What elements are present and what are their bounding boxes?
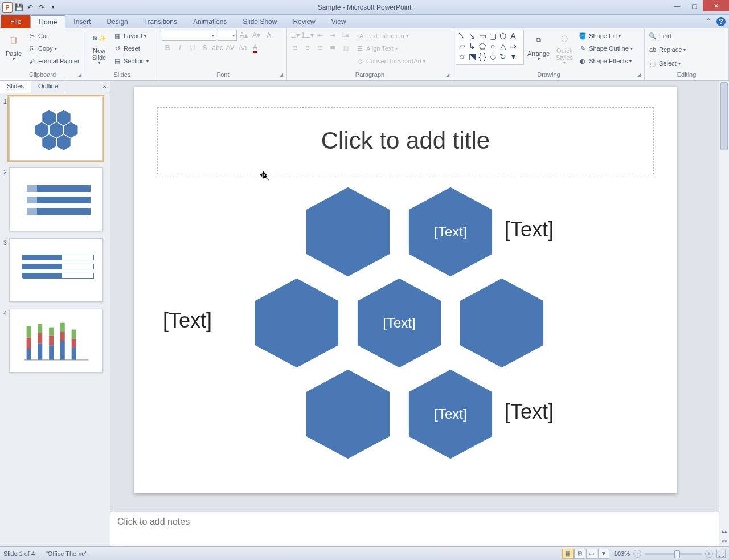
slide-thumb-3[interactable] <box>9 238 103 302</box>
shape-line-icon[interactable]: ＼ <box>457 31 466 40</box>
tab-view[interactable]: View <box>323 15 354 28</box>
line-spacing-button[interactable]: ‡≡ <box>339 30 351 41</box>
hex-shape[interactable] <box>453 275 550 371</box>
tab-file[interactable]: File <box>1 15 30 28</box>
find-button[interactable]: 🔍Find <box>647 30 672 42</box>
slide-thumb-4[interactable] <box>9 309 103 373</box>
grow-font-button[interactable]: A▴ <box>238 30 249 41</box>
underline-button[interactable]: U <box>187 42 198 54</box>
align-text-button[interactable]: ☰Align Text▾ <box>354 42 427 55</box>
tab-slideshow[interactable]: Slide Show <box>235 15 285 28</box>
shape-fill-button[interactable]: 🪣Shape Fill▾ <box>577 30 634 42</box>
hex-shape[interactable]: [Text] <box>402 366 499 463</box>
strike-button[interactable]: S̶ <box>199 42 211 54</box>
increase-indent-button[interactable]: ⇥ <box>327 30 338 41</box>
side-text[interactable]: [Text] <box>505 400 554 424</box>
zoom-out-button[interactable]: − <box>633 550 641 558</box>
smartart-hex-cluster[interactable]: [Text] [Text] [Text] [Text] <box>260 183 670 480</box>
panel-tab-outline[interactable]: Outline <box>31 81 65 93</box>
slideshow-view-button[interactable]: ▼ <box>598 549 609 559</box>
numbering-button[interactable]: 1≣▾ <box>302 30 313 41</box>
qat-customize-icon[interactable]: ▾ <box>48 2 58 13</box>
select-button[interactable]: ⬚Select▾ <box>647 57 682 70</box>
quick-styles-button[interactable]: ◯ Quick Styles▾ <box>553 30 576 67</box>
align-left-button[interactable]: ≡ <box>289 42 301 54</box>
align-right-button[interactable]: ≡ <box>314 42 326 54</box>
undo-icon[interactable]: ↶ <box>25 2 35 13</box>
decrease-indent-button[interactable]: ⇤ <box>314 30 326 41</box>
tab-design[interactable]: Design <box>99 15 136 28</box>
save-icon[interactable]: 💾 <box>14 2 24 13</box>
scrollbar-thumb[interactable] <box>720 82 728 150</box>
replace-button[interactable]: abReplace▾ <box>647 43 687 56</box>
shadow-button[interactable]: abc <box>212 42 223 54</box>
section-button[interactable]: ▤Section▾ <box>112 55 150 67</box>
hex-shape[interactable] <box>300 183 396 280</box>
tab-insert[interactable]: Insert <box>65 15 99 28</box>
hex-shape[interactable] <box>300 366 396 463</box>
redo-icon[interactable]: ↷ <box>36 2 47 13</box>
slide-thumb-1[interactable] <box>9 97 103 161</box>
slide-thumb-2[interactable] <box>9 167 103 231</box>
cut-button[interactable]: ✂Cut <box>26 30 81 42</box>
shapes-gallery[interactable]: ＼↘▭▢⬡A ▱↳⬠○△⇨ ☆⬔{ }◇↻▾ <box>456 30 524 65</box>
side-text[interactable]: [Text] <box>163 309 212 333</box>
slide-canvas[interactable]: Click to add title [Text] [Text] [Text] <box>134 87 677 493</box>
drawing-launcher-icon[interactable]: ◢ <box>637 72 641 77</box>
text-direction-button[interactable]: ↕AText Direction▾ <box>354 30 427 42</box>
reading-view-button[interactable]: ▭ <box>586 549 597 559</box>
change-case-button[interactable]: Aa <box>237 42 248 54</box>
fit-to-window-button[interactable]: ⛶ <box>716 550 726 558</box>
shape-outline-button[interactable]: ✎Shape Outline▾ <box>577 42 634 55</box>
columns-button[interactable]: ▥ <box>339 42 351 54</box>
hex-shape[interactable]: [Text] <box>351 275 448 371</box>
align-center-button[interactable]: ≡ <box>302 42 313 54</box>
notes-pane[interactable]: Click to add notes <box>110 512 719 546</box>
font-launcher-icon[interactable]: ◢ <box>280 72 283 77</box>
shrink-font-button[interactable]: A▾ <box>251 30 262 41</box>
hex-text[interactable]: [Text] <box>402 406 499 422</box>
char-spacing-button[interactable]: AV <box>224 42 236 54</box>
bold-button[interactable]: B <box>162 42 173 54</box>
font-family-combo[interactable] <box>162 30 216 41</box>
zoom-level[interactable]: 103% <box>614 550 630 557</box>
font-size-combo[interactable] <box>218 30 237 41</box>
italic-button[interactable]: I <box>174 42 186 54</box>
hex-text[interactable]: [Text] <box>351 315 448 331</box>
new-slide-button[interactable]: 🗎✨ New Slide▾ <box>88 30 110 67</box>
minimize-button[interactable]: — <box>669 0 686 11</box>
bullets-button[interactable]: ≣▾ <box>289 30 301 41</box>
copy-button[interactable]: ⎘Copy▾ <box>26 42 81 55</box>
minimize-ribbon-icon[interactable]: ˄ <box>704 17 713 26</box>
side-text[interactable]: [Text] <box>505 218 554 242</box>
paragraph-launcher-icon[interactable]: ◢ <box>446 72 449 77</box>
tab-transitions[interactable]: Transitions <box>136 15 185 28</box>
help-icon[interactable]: ? <box>716 17 726 26</box>
font-color-button[interactable]: A <box>249 42 261 54</box>
title-placeholder[interactable]: Click to add title <box>157 107 654 174</box>
layout-button[interactable]: ▦Layout▾ <box>112 30 150 42</box>
panel-close-icon[interactable]: × <box>103 83 107 91</box>
clear-formatting-button[interactable]: A̷ <box>263 30 275 41</box>
vertical-scrollbar[interactable]: ▴▴ ▾▾ <box>719 81 729 546</box>
convert-smartart-button[interactable]: ◇Convert to SmartArt▾ <box>354 55 427 67</box>
tab-animations[interactable]: Animations <box>185 15 235 28</box>
slide-editor[interactable]: Click to add title [Text] [Text] [Text] <box>110 81 729 546</box>
hex-shape[interactable]: [Text] <box>402 183 499 280</box>
normal-view-button[interactable]: ▦ <box>562 549 574 559</box>
maximize-button[interactable]: ▢ <box>686 0 703 11</box>
zoom-slider[interactable] <box>645 553 702 555</box>
prev-slide-button[interactable]: ▴▴ <box>719 528 729 534</box>
shape-effects-button[interactable]: ◐Shape Effects▾ <box>577 55 634 67</box>
tab-review[interactable]: Review <box>285 15 323 28</box>
panel-tab-slides[interactable]: Slides <box>0 81 31 93</box>
reset-button[interactable]: ↺Reset <box>112 42 150 55</box>
format-painter-button[interactable]: 🖌Format Painter <box>26 55 81 67</box>
arrange-button[interactable]: ⧉ Arrange▾ <box>525 30 552 67</box>
hex-text[interactable]: [Text] <box>402 224 499 240</box>
tab-home[interactable]: Home <box>30 15 65 28</box>
clipboard-launcher-icon[interactable]: ◢ <box>78 72 81 77</box>
shapes-more-icon[interactable]: ▾ <box>509 52 518 61</box>
close-button[interactable]: ✕ <box>703 0 729 11</box>
justify-button[interactable]: ≣ <box>327 42 338 54</box>
